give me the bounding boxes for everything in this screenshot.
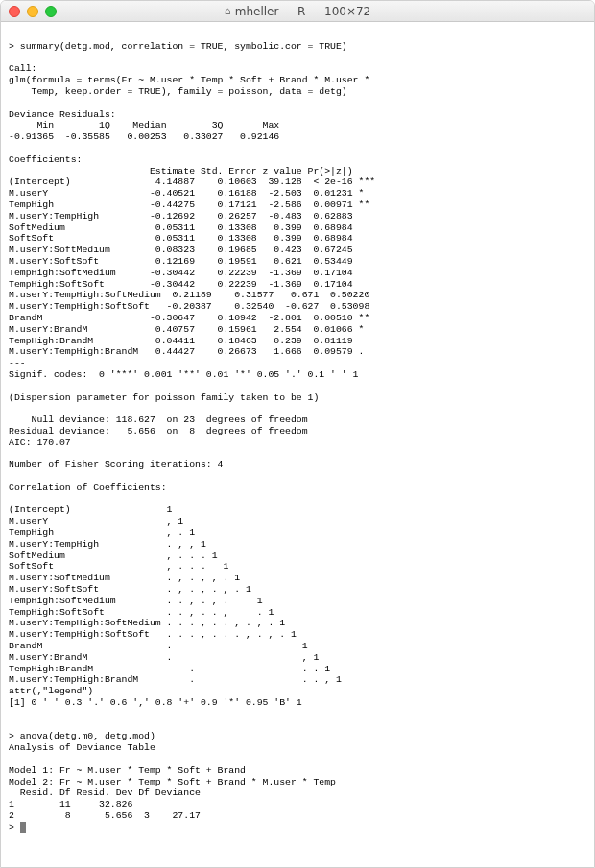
output-line: M.userY:TempHigh:SoftSoft -0.20387 0.325… [9,301,393,312]
output-line: TempHigh , . 1 [9,528,330,538]
output-line: Signif. codes: 0 '***' 0.001 '**' 0.01 '… [9,369,359,380]
output-line: BrandM -0.30647 0.10942 -2.801 0.00510 *… [9,313,375,323]
prompt-line: > anova(detg.m0, detg.mod) [9,731,155,741]
output-line: M.userY -0.40521 0.16188 -2.503 0.01231 … [9,188,375,199]
home-icon: ⌂ [225,5,231,17]
output-line: Number of Fisher Scoring iterations: 4 [9,459,223,470]
output-line: glm(formula = terms(Fr ~ M.user * Temp *… [9,75,375,85]
prompt-line: > [9,822,20,833]
output-line: AIC: 170.07 [9,437,71,448]
output-line: 2 8 5.656 3 27.17 [9,810,201,821]
output-line: Temp, keep.order = TRUE), family = poiss… [9,86,347,97]
output-line: TempHigh:BrandM 0.04411 0.18463 0.239 0.… [9,336,375,346]
output-line: Model 1: Fr ~ M.user * Temp * Soft + Bra… [9,765,246,776]
window-titlebar: ⌂ mheller — R — 100×72 [1,1,594,22]
output-line: Min 1Q Median 3Q Max [9,120,291,130]
output-line: SoftMedium 0.05311 0.13308 0.399 0.68984 [9,223,375,233]
terminal-cursor [20,822,26,833]
output-line: Null deviance: 118.627 on 23 degrees of … [9,414,308,425]
output-line: M.userY:BrandM 0.40757 0.15961 2.554 0.0… [9,324,375,335]
output-line: SoftSoft 0.05311 0.13308 0.399 0.68984 [9,233,375,244]
output-line: M.userY:SoftSoft . , . , . , . 1 [9,584,330,595]
output-line: Residual deviance: 5.656 on 8 degrees of… [9,426,308,436]
output-line: M.userY:TempHigh:SoftMedium . . . , . . … [9,618,330,628]
output-line: M.userY:TempHigh . , , 1 [9,539,330,550]
output-line: Model 2: Fr ~ M.user * Temp * Soft + Bra… [9,777,336,787]
output-line: (Intercept) 1 [9,504,330,515]
output-line: Deviance Residuals: [9,109,122,120]
output-line: M.userY:TempHigh:SoftMedium 0.21189 0.31… [9,290,393,300]
output-line: SoftSoft , . . . 1 [9,561,330,572]
output-line: --- [9,358,26,368]
output-line: TempHigh:SoftSoft -0.30442 0.22239 -1.36… [9,279,375,290]
output-line: (Intercept) 4.14887 0.10603 39.128 < 2e-… [9,176,375,187]
output-line: [1] 0 ' ' 0.3 '.' 0.6 ',' 0.8 '+' 0.9 '*… [9,697,302,708]
window-title: ⌂ mheller — R — 100×72 [1,5,594,18]
output-line: 1 11 32.826 [9,799,201,809]
output-line: Estimate Std. Error z value Pr(>|z|) [9,166,375,176]
output-line: M.userY , 1 [9,516,330,527]
output-line: M.userY:SoftMedium . , . , , . 1 [9,573,330,583]
output-line: BrandM . 1 [9,641,330,651]
output-line: M.userY:TempHigh:BrandM 0.44427 0.26673 … [9,346,375,357]
output-line: -0.91365 -0.35585 0.00253 0.33027 0.9214… [9,131,291,142]
terminal-output[interactable]: > summary(detg.mod, correlation = TRUE, … [1,22,594,841]
output-line: Call: [9,63,36,74]
output-line: Correlation of Coefficients: [9,482,167,493]
output-line: SoftMedium , . . . 1 [9,551,330,561]
output-line: TempHigh:SoftSoft . . , . . , . 1 [9,607,330,618]
output-line: (Dispersion parameter for poisson family… [9,392,319,403]
output-line: M.userY:TempHigh:BrandM . . . , 1 [9,674,342,685]
output-line: M.userY:SoftMedium 0.08323 0.19685 0.423… [9,245,375,255]
output-line: Coefficients: [9,154,82,165]
output-line: Resid. Df Resid. Dev Df Deviance [9,787,201,798]
output-line: TempHigh -0.44275 0.17121 -2.586 0.00971… [9,199,375,210]
output-line: M.userY:BrandM . , 1 [9,652,330,663]
output-line: TempHigh:BrandM . . . 1 [9,664,330,674]
window-title-text: mheller — R — 100×72 [235,5,371,18]
output-line: TempHigh:SoftMedium -0.30442 0.22239 -1.… [9,268,375,278]
output-line: TempHigh:SoftMedium . . , . , . 1 [9,596,330,606]
output-line: Analysis of Deviance Table [9,742,155,753]
output-line: M.userY:TempHigh -0.12692 0.26257 -0.483… [9,211,375,222]
prompt-line: > summary(detg.mod, correlation = TRUE, … [9,41,347,52]
output-line: M.userY:SoftSoft 0.12169 0.19591 0.621 0… [9,256,375,267]
output-line: M.userY:TempHigh:SoftSoft . . . , . . . … [9,629,330,640]
output-line: attr(,"legend") [9,686,93,696]
